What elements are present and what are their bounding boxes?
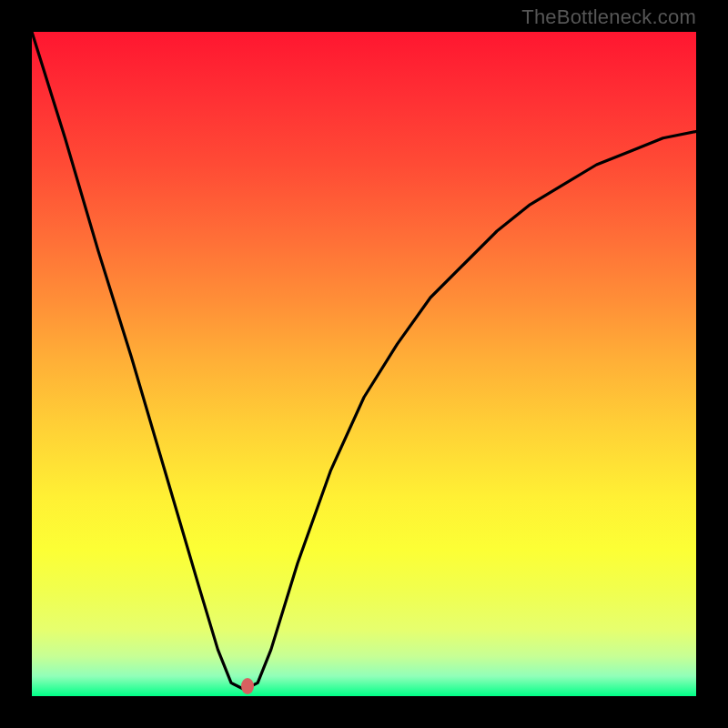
chart-frame: TheBottleneck.com	[0, 0, 728, 728]
optimal-point-marker	[241, 678, 254, 694]
watermark-text: TheBottleneck.com	[521, 5, 696, 29]
bottleneck-curve	[32, 32, 696, 696]
